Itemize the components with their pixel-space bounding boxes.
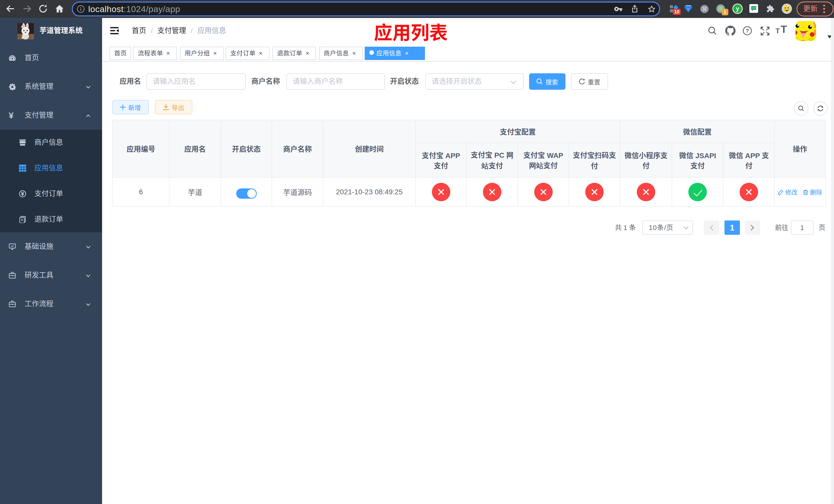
svg-text:?: ? [746,28,749,33]
svg-text:⌘: ⌘ [702,6,707,12]
svg-text:y: y [736,5,739,12]
